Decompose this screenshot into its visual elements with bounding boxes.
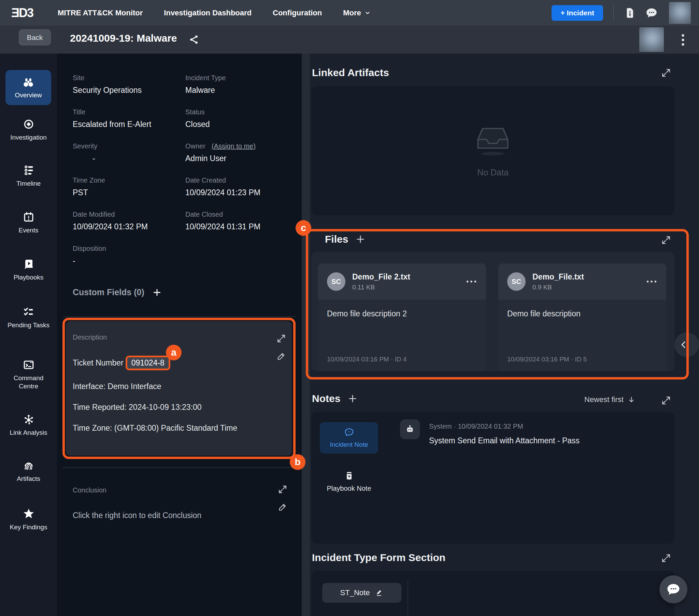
nav-item-configuration[interactable]: Configuration: [273, 9, 322, 17]
release-notes-icon[interactable]: [624, 7, 635, 19]
user-avatar[interactable]: [669, 2, 691, 24]
nav-item-mitre-attack-monitor[interactable]: MITRE ATT&CK Monitor: [58, 9, 143, 17]
add-custom-field-icon[interactable]: [153, 288, 161, 297]
incident-fields: SiteSecurity Operations Incident TypeMal…: [73, 74, 293, 279]
incident-details-pane: SiteSecurity Operations Incident TypeMal…: [57, 54, 302, 616]
field-site: SiteSecurity Operations: [73, 74, 185, 108]
playbook-icon: [23, 258, 35, 270]
field-status: StatusClosed: [185, 108, 293, 142]
add-file-icon[interactable]: [356, 234, 365, 244]
chat-bubble-icon: [666, 582, 681, 597]
description-panel: Description Ticket Number 091024-8 Inter…: [66, 321, 292, 456]
file-menu-icon[interactable]: [465, 279, 477, 284]
ticket-number-highlight: 091024-8: [126, 356, 170, 370]
files-expand-icon[interactable]: [661, 235, 671, 245]
add-note-icon[interactable]: [348, 394, 357, 403]
chevron-down-icon: [365, 10, 371, 16]
file-menu-icon[interactable]: [646, 279, 657, 284]
file-card[interactable]: SC Demo_File.txt 0.9 KB Demo file descri…: [498, 263, 666, 371]
fingerprint-icon: [23, 460, 35, 471]
chat-icon[interactable]: [646, 7, 657, 19]
top-nav: ƎD3 MITRE ATT&CK Monitor Investigation D…: [0, 0, 699, 26]
tab-incident-note[interactable]: Incident Note: [320, 422, 378, 454]
file-card-header: SC Demo_File.txt 0.9 KB: [498, 263, 666, 300]
notes-panel: Incident Note System · 10/09/2024 01:32 …: [311, 412, 674, 543]
files-panel: SC Demo_File 2.txt 0.11 KB Demo file des…: [311, 252, 674, 371]
file-card-header: SC Demo_File 2.txt 0.11 KB: [318, 263, 486, 300]
file-meta: 10/09/2024 03:16 PM · ID 4: [327, 356, 477, 363]
more-options-kebab-icon[interactable]: [677, 34, 689, 46]
sidebar-item-command-centre[interactable]: Command Centre: [0, 359, 57, 390]
linked-artifacts-expand-icon[interactable]: [661, 68, 671, 77]
section-divider: [63, 316, 295, 317]
back-button[interactable]: Back: [19, 29, 51, 45]
sidebar-item-artifacts[interactable]: Artifacts: [0, 460, 57, 483]
edit-underline-icon: [375, 589, 383, 597]
incident-type-form-expand-icon[interactable]: [661, 553, 671, 563]
checklist-icon: [23, 306, 35, 318]
field-disposition: Disposition-: [73, 245, 185, 279]
conclusion-edit-icon[interactable]: [278, 503, 287, 512]
left-sidebar: Overview Investigation Timeline Events P…: [0, 54, 57, 616]
incident-overview-screen: ƎD3 MITRE ATT&CK Monitor Investigation D…: [0, 0, 699, 616]
incident-type-form-header: Incident Type Form Section: [312, 552, 445, 563]
sidebar-item-key-findings[interactable]: Key Findings: [0, 508, 57, 532]
chevron-left-icon: [678, 340, 689, 350]
sidebar-item-events[interactable]: Events: [0, 211, 57, 234]
calendar-alert-icon: [23, 211, 35, 223]
owner-avatar[interactable]: [639, 27, 664, 52]
system-note-avatar: [400, 419, 420, 439]
file-description: Demo file description 2: [327, 309, 477, 318]
nav-item-more[interactable]: More: [343, 9, 371, 17]
conclusion-label: Conclusion: [73, 486, 106, 494]
d3-logo: ƎD3: [11, 6, 33, 20]
notes-sort-control[interactable]: Newest first: [584, 395, 635, 404]
field-incident-type: Incident TypeMalware: [185, 74, 293, 108]
new-incident-button[interactable]: + Incident: [552, 5, 603, 21]
description-edit-icon[interactable]: [277, 352, 286, 361]
tab-playbook-note[interactable]: Playbook Note: [320, 471, 378, 493]
target-icon: [23, 118, 35, 130]
support-chat-fab[interactable]: [659, 575, 687, 603]
sidebar-item-pending-tasks[interactable]: Pending Tasks: [0, 306, 57, 329]
description-line: Time Reported: 2024-10-09 13:23:00: [73, 403, 285, 412]
field-date-created: Date Created10/09/2024 01:23 PM: [185, 176, 293, 211]
collapse-drawer-tab[interactable]: [674, 332, 699, 357]
file-card[interactable]: SC Demo_File 2.txt 0.11 KB Demo file des…: [318, 263, 486, 371]
sidebar-item-link-analysis[interactable]: Link Analysis: [0, 414, 57, 437]
section-divider: [63, 467, 295, 468]
nav-item-investigation-dashboard[interactable]: Investigation Dashboard: [164, 9, 252, 17]
timeline-icon: [23, 165, 35, 176]
playbook-note-icon: [344, 471, 354, 481]
description-expand-icon[interactable]: [277, 334, 286, 343]
top-nav-items: MITRE ATT&CK Monitor Investigation Dashb…: [58, 9, 371, 17]
sidebar-item-timeline[interactable]: Timeline: [0, 165, 57, 188]
file-size: 0.11 KB: [352, 284, 410, 291]
share-icon[interactable]: [189, 35, 199, 45]
file-meta: 10/09/2024 03:16 PM · ID 5: [507, 356, 657, 363]
left-pane-scrollbar[interactable]: [302, 54, 310, 616]
assign-to-me-link[interactable]: (Assign to me): [212, 142, 256, 150]
field-title: TitleEscalated from E-Alert: [73, 108, 185, 142]
field-date-modified: Date Modified10/09/2024 01:32 PM: [73, 211, 185, 245]
ticket-number-line: Ticket Number 091024-8: [73, 356, 285, 370]
st-note-button[interactable]: ST_Note: [322, 583, 401, 603]
terminal-icon: [23, 359, 35, 371]
sidebar-item-overview[interactable]: Overview: [5, 70, 51, 105]
star-icon: [23, 508, 35, 520]
description-line: Time Zone: (GMT-08:00) Pacific Standard …: [73, 423, 285, 433]
file-description: Demo file description: [507, 309, 657, 318]
file-name: Demo_File.txt: [532, 272, 584, 281]
sidebar-item-playbooks[interactable]: Playbooks: [0, 258, 57, 281]
conclusion-placeholder: Click the right icon to edit Conclusion: [73, 511, 201, 520]
top-nav-right: + Incident: [552, 2, 691, 24]
files-header: Files: [325, 233, 365, 245]
robot-icon: [405, 424, 416, 435]
note-text: System Send Email with Attachment - Pass: [429, 436, 580, 445]
notes-expand-icon[interactable]: [661, 396, 671, 405]
sidebar-item-investigation[interactable]: Investigation: [0, 118, 57, 142]
form-divider: [408, 580, 408, 616]
conclusion-expand-icon[interactable]: [278, 485, 287, 494]
note-author-timestamp: System · 10/09/2024 01:32 PM: [429, 422, 523, 430]
page-title: 20241009-19: Malware: [70, 32, 177, 44]
